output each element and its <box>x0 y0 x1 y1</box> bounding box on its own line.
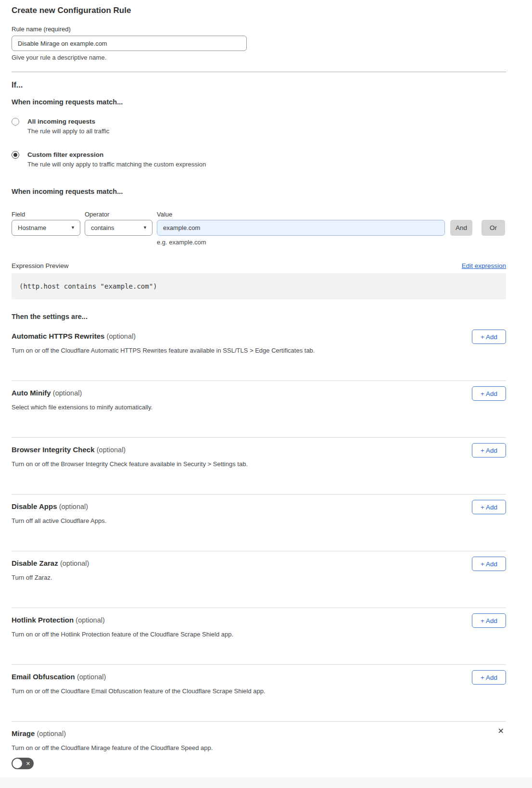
radio-selected-icon[interactable] <box>12 151 19 159</box>
radio-unselected-icon[interactable] <box>12 118 19 126</box>
operator-select-value: contains <box>91 224 114 231</box>
add-button[interactable]: + Add <box>472 443 506 458</box>
setting-hotlink-protection: Hotlink Protection (optional) Turn on or… <box>12 608 506 665</box>
chevron-down-icon: ▼ <box>143 226 147 230</box>
setting-optional-label: (optional) <box>77 673 106 681</box>
expression-builder-row: Hostname ▼ contains ▼ And Or <box>12 220 506 236</box>
setting-browser-integrity-check: Browser Integrity Check (optional) Turn … <box>12 438 506 495</box>
radio-label: Custom filter expression <box>27 151 206 159</box>
edit-expression-link[interactable]: Edit expression <box>462 262 506 269</box>
radio-option-all-incoming-requests[interactable]: All incoming requests The rule will appl… <box>12 117 506 135</box>
setting-disable-apps: Disable Apps (optional) Turn off all act… <box>12 495 506 551</box>
expression-preview-box: (http.host contains "example.com") <box>12 273 506 299</box>
add-button[interactable]: + Add <box>472 500 506 514</box>
radio-option-custom-filter-expression[interactable]: Custom filter expression The rule will o… <box>12 151 506 168</box>
value-column-label: Value <box>157 211 172 218</box>
setting-mirage: Mirage (optional) ✕ Turn on or off the C… <box>12 722 506 769</box>
page-title: Create new Configuration Rule <box>12 6 506 15</box>
mirage-toggle-off[interactable]: ✕ <box>12 758 34 769</box>
rule-name-label: Rule name (required) <box>12 25 506 33</box>
incoming-requests-heading: When incoming requests match... <box>12 98 506 106</box>
setting-optional-label: (optional) <box>53 389 82 397</box>
expression-builder-heading: When incoming requests match... <box>12 188 506 195</box>
setting-auto-minify: Auto Minify (optional) Select which file… <box>12 381 506 438</box>
then-settings-heading: Then the settings are... <box>12 313 506 320</box>
setting-name: Auto Minify <box>12 389 51 397</box>
setting-optional-label: (optional) <box>59 503 88 510</box>
setting-name: Browser Integrity Check <box>12 445 95 454</box>
toggle-knob <box>13 759 22 768</box>
page-footer-strip <box>0 777 532 788</box>
add-button[interactable]: + Add <box>472 670 506 685</box>
setting-name: Automatic HTTPS Rewrites <box>12 332 104 340</box>
operator-column-label: Operator <box>85 211 152 218</box>
setting-optional-label: (optional) <box>97 446 126 454</box>
if-heading: If... <box>12 81 506 89</box>
field-select-value: Hostname <box>18 224 46 231</box>
setting-description: Turn on or off the Hotlink Protection fe… <box>12 630 435 638</box>
field-select[interactable]: Hostname ▼ <box>12 220 80 236</box>
radio-description: The rule will only apply to traffic matc… <box>27 160 206 168</box>
radio-label: All incoming requests <box>27 117 109 126</box>
rule-name-help: Give your rule a descriptive name. <box>12 54 506 61</box>
add-button[interactable]: + Add <box>472 330 506 344</box>
value-input[interactable] <box>157 220 445 236</box>
form-content: Create new Configuration Rule Rule name … <box>12 0 506 769</box>
setting-automatic-https-rewrites: Automatic HTTPS Rewrites (optional) Turn… <box>12 324 506 381</box>
value-hint: e.g. example.com <box>157 239 506 246</box>
setting-name: Hotlink Protection <box>12 616 74 624</box>
setting-optional-label: (optional) <box>107 332 136 340</box>
setting-description: Turn on or off the Cloudflare Automatic … <box>12 346 435 355</box>
settings-list: Automatic HTTPS Rewrites (optional) Turn… <box>12 324 506 769</box>
setting-description: Turn off all active Cloudflare Apps. <box>12 517 435 525</box>
setting-disable-zaraz: Disable Zaraz (optional) Turn off Zaraz.… <box>12 551 506 608</box>
toggle-x-icon: ✕ <box>26 761 30 766</box>
operator-select[interactable]: contains ▼ <box>85 220 152 236</box>
and-button[interactable]: And <box>450 220 472 236</box>
section-divider <box>12 72 506 72</box>
rule-name-input[interactable] <box>12 36 247 51</box>
setting-description: Turn off Zaraz. <box>12 573 435 582</box>
setting-name: Disable Apps <box>12 502 57 510</box>
radio-description: The rule will apply to all traffic <box>27 127 109 135</box>
builder-column-labels: Field Operator Value <box>12 211 506 218</box>
expression-text: (http.host contains "example.com") <box>19 282 157 290</box>
setting-description: Turn on or off the Cloudflare Mirage fea… <box>12 744 435 752</box>
setting-name: Mirage <box>12 729 35 737</box>
setting-name: Disable Zaraz <box>12 559 58 567</box>
or-button[interactable]: Or <box>481 220 505 236</box>
add-button[interactable]: + Add <box>472 613 506 628</box>
expression-preview-label: Expression Preview <box>12 262 69 269</box>
setting-description: Turn on or off the Cloudflare Email Obfu… <box>12 687 435 695</box>
chevron-down-icon: ▼ <box>71 226 75 230</box>
setting-name: Email Obfuscation <box>12 673 75 681</box>
close-icon[interactable]: ✕ <box>498 727 504 735</box>
setting-optional-label: (optional) <box>60 559 89 567</box>
create-configuration-rule-page: Create new Configuration Rule Rule name … <box>0 0 532 788</box>
setting-optional-label: (optional) <box>76 616 104 624</box>
setting-description: Turn on or off the Browser Integrity Che… <box>12 460 435 468</box>
field-column-label: Field <box>12 211 80 218</box>
expression-preview-header: Expression Preview Edit expression <box>12 262 506 269</box>
setting-description: Select which file extensions to minify a… <box>12 403 435 411</box>
add-button[interactable]: + Add <box>472 557 506 571</box>
setting-email-obfuscation: Email Obfuscation (optional) Turn on or … <box>12 665 506 722</box>
add-button[interactable]: + Add <box>472 386 506 401</box>
setting-optional-label: (optional) <box>37 730 66 737</box>
